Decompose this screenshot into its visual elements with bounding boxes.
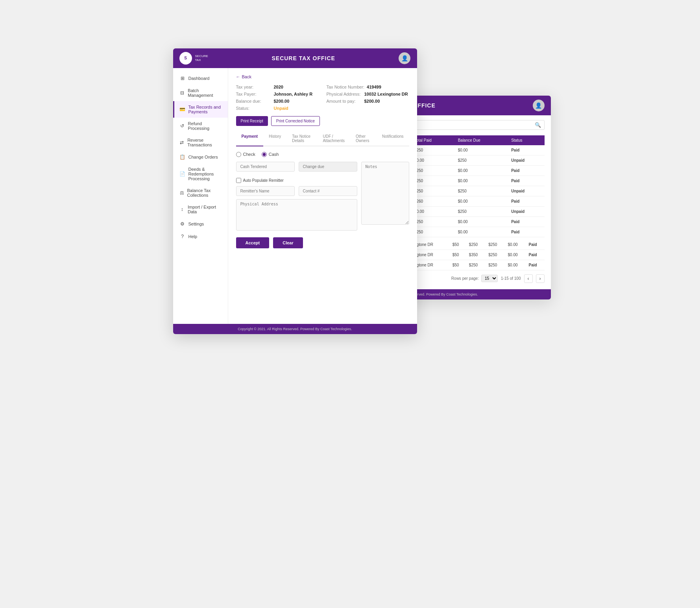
tab-other-owners[interactable]: Other Owners: [350, 131, 377, 146]
cell-status: Unpaid: [508, 206, 544, 216]
sidebar-label-import: Import / Export Data: [188, 205, 222, 214]
logo-icon: S: [179, 52, 192, 65]
cell-status: Paid: [526, 260, 545, 270]
cell-total-paid: $250: [485, 249, 504, 260]
remitter-row: [236, 186, 357, 196]
check-radio-label[interactable]: Check: [236, 152, 255, 157]
sidebar-item-deeds[interactable]: 📄 Deeds & Redemptions Processing: [173, 163, 228, 185]
sidebar-item-batch[interactable]: ⊟ Batch Management: [173, 85, 228, 101]
cash-label: Cash: [269, 152, 279, 157]
tab-notifications[interactable]: Notifications: [377, 131, 409, 146]
tax-payer-value: Johnson, Ashley R: [274, 92, 313, 96]
user-avatar[interactable]: 👤: [399, 52, 410, 64]
batch-icon: ⊟: [180, 90, 185, 96]
tab-history[interactable]: History: [263, 131, 286, 146]
sidebar-label-settings: Settings: [188, 222, 204, 226]
cell-total-paid: $0.00: [411, 155, 455, 165]
status-value: Unpaid: [274, 106, 288, 111]
prev-page-button[interactable]: ‹: [524, 274, 533, 283]
change-due-input[interactable]: [299, 162, 357, 172]
rows-per-page: Rows per page: 15 25 50: [451, 275, 498, 282]
cell-status: Paid: [508, 145, 544, 155]
cell-interest: $50: [449, 260, 466, 270]
print-receipt-button[interactable]: Print Receipt: [236, 116, 268, 126]
sidebar-item-settings[interactable]: ⚙ Settings: [173, 218, 228, 230]
logo-letter: S: [184, 56, 187, 60]
status-row: Status: Unpaid: [236, 106, 319, 111]
sidebar-item-change-orders[interactable]: 📋 Change Orders: [173, 151, 228, 163]
cash-tendered-row: [236, 162, 357, 172]
help-icon: ?: [180, 234, 185, 239]
balance-icon: ⚖: [180, 190, 184, 196]
cell-balance-due: $0.00: [505, 240, 526, 250]
tab-payment[interactable]: Payment: [236, 131, 264, 146]
tabs: Payment History Tax Notice Details UDF /…: [236, 131, 409, 146]
rows-per-page-select[interactable]: 15 25 50: [481, 275, 498, 282]
sidebar: ⊞ Dashboard ⊟ Batch Management 💳 Tax Rec…: [173, 68, 228, 324]
auto-populate-checkbox[interactable]: [236, 178, 241, 183]
action-buttons: Print Receipt Print Corrected Notice: [236, 116, 409, 126]
cell-balance-due: $0.00: [455, 176, 508, 186]
cell-status: Paid: [508, 196, 544, 206]
cash-radio[interactable]: [262, 152, 267, 157]
check-radio[interactable]: [236, 152, 241, 157]
cell-balance-due: $0.00: [455, 216, 508, 227]
notes-textarea[interactable]: [361, 162, 409, 225]
sidebar-item-dashboard[interactable]: ⊞ Dashboard: [173, 72, 228, 85]
sidebar-item-reverse[interactable]: ⇄ Reverse Transactions: [173, 134, 228, 151]
col-balance-due: Balance Due: [455, 135, 508, 145]
col-status: Status: [508, 135, 544, 145]
detail-window-title: SECURE TAX OFFICE: [272, 55, 335, 61]
sidebar-label-reverse: Reverse Transactions: [187, 138, 222, 147]
dashboard-icon: ⊞: [180, 76, 185, 81]
physical-address-textarea[interactable]: [236, 199, 357, 231]
scene: S X OFFICE 👤 🔍 Address Interest: [173, 48, 527, 560]
check-label: Check: [243, 152, 255, 157]
tab-tax-notice-details[interactable]: Tax Notice Details: [286, 131, 317, 146]
cell-interest: $50: [449, 240, 466, 250]
auto-populate-text: Auto Populate Remitter: [243, 178, 284, 183]
cell-balance-due: $0.00: [505, 260, 526, 270]
sidebar-item-refund[interactable]: ↺ Refund Processing: [173, 118, 228, 134]
sidebar-label-deeds: Deeds & Redemptions Processing: [188, 167, 222, 181]
clear-button[interactable]: Clear: [273, 237, 303, 248]
settings-icon: ⚙: [180, 221, 185, 227]
print-corrected-notice-button[interactable]: Print Corrected Notice: [271, 116, 320, 126]
sidebar-item-balance[interactable]: ⚖ Balance Tax Collections: [173, 185, 228, 201]
payment-section: Check Cash: [236, 152, 409, 248]
sidebar-item-tax-records[interactable]: 💳 Tax Records and Payments: [173, 101, 228, 118]
cell-total-paid: $250: [411, 227, 455, 237]
sidebar-item-import[interactable]: ↕ Import / Export Data: [173, 201, 228, 218]
back-link[interactable]: ← Back: [236, 74, 409, 79]
sidebar-label-help: Help: [188, 234, 198, 239]
cell-balance-due: $0.00: [455, 145, 508, 155]
accept-button[interactable]: Accept: [236, 237, 270, 248]
tax-notice-row: Tax Notice Number: 419499: [327, 85, 409, 89]
list-user-avatar[interactable]: 👤: [533, 100, 545, 111]
payment-method-group: Check Cash: [236, 152, 409, 157]
sidebar-label-tax-records: Tax Records and Payments: [188, 105, 222, 114]
cell-total-paid: $250: [485, 260, 504, 270]
next-page-button[interactable]: ›: [536, 274, 545, 283]
change-orders-icon: 📋: [180, 154, 185, 160]
refund-icon: ↺: [180, 123, 185, 129]
info-grid: Tax year: 2020 Tax Notice Number: 419499…: [236, 85, 409, 111]
tax-payer-label: Tax Payer:: [236, 92, 272, 96]
remitter-name-input[interactable]: [236, 186, 295, 196]
cell-balance-due: $0.00: [455, 196, 508, 206]
sidebar-item-help[interactable]: ? Help: [173, 230, 228, 243]
cell-status: Paid: [526, 240, 545, 250]
contact-input[interactable]: [299, 186, 357, 196]
cash-tendered-input[interactable]: [236, 162, 295, 172]
back-label: Back: [242, 74, 251, 79]
tab-udf-attachments[interactable]: UDF / Attachments: [317, 131, 350, 146]
cell-status: Paid: [508, 165, 544, 176]
cash-radio-label[interactable]: Cash: [262, 152, 279, 157]
tax-year-label: Tax year:: [236, 85, 272, 89]
physical-address-value: 10032 Lexingtone DR: [364, 92, 408, 96]
auto-populate-label[interactable]: Auto Populate Remitter: [236, 178, 357, 183]
cell-status: Unpaid: [508, 186, 544, 196]
tax-notice-label: Tax Notice Number:: [327, 85, 365, 89]
back-arrow-icon: ←: [236, 74, 240, 79]
cell-total-paid: $0.00: [411, 206, 455, 216]
